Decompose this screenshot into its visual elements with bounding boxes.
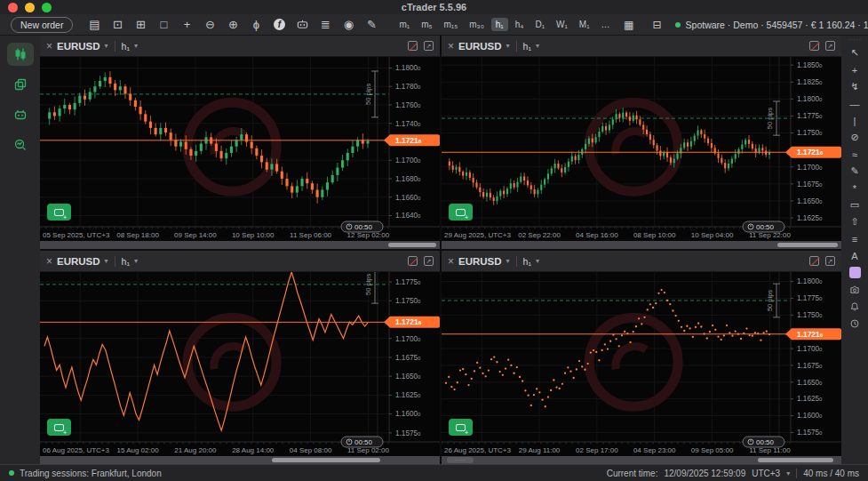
brush-icon[interactable]: ✎: [846, 163, 864, 180]
chart-area[interactable]: 50 pips1.180001.178001.176001.174001.170…: [40, 57, 440, 241]
eye-icon[interactable]: ◉: [338, 16, 359, 34]
zoom-in-icon[interactable]: ⊕: [222, 16, 243, 34]
timeframe-m₃₀[interactable]: m₃₀: [465, 18, 489, 31]
close-icon[interactable]: ×: [448, 40, 454, 52]
chart-area[interactable]: 50 pips1.177501.175001.170001.167501.165…: [40, 272, 440, 456]
zoom-out-icon[interactable]: ⊖: [199, 16, 220, 34]
popout-icon[interactable]: ↗: [424, 256, 434, 266]
edit-disabled-icon[interactable]: [809, 256, 819, 266]
layers-icon[interactable]: ≣: [315, 16, 336, 34]
chart-edit-icon[interactable]: ✎: [361, 16, 382, 34]
payments-icon[interactable]: ▦: [618, 16, 640, 34]
history-clock-icon[interactable]: [846, 315, 864, 332]
add-chart-icon[interactable]: +: [176, 16, 197, 34]
cursor-icon[interactable]: ↖: [846, 44, 864, 61]
chevron-down-icon[interactable]: ▾: [536, 257, 539, 265]
chart-hscrollbar[interactable]: [442, 241, 841, 249]
account-selector[interactable]: Spotware · Demo · 5459457 · € 1 160.24 ·…: [675, 20, 868, 30]
fibonacci-icon[interactable]: ≡: [846, 230, 864, 247]
workspace-layout-icon[interactable]: ▤: [84, 16, 105, 34]
arrow-up-icon[interactable]: ⇧: [846, 213, 864, 230]
timeframe-m₅[interactable]: m₅: [417, 18, 436, 31]
popout-icon[interactable]: ↗: [825, 41, 835, 51]
edit-disabled-icon[interactable]: [408, 41, 418, 51]
grid-layout-icon[interactable]: ⊞: [130, 16, 151, 34]
edit-disabled-icon[interactable]: [408, 256, 418, 266]
popout-icon[interactable]: ↗: [825, 256, 835, 266]
timeframe-D₁[interactable]: D₁: [530, 18, 549, 31]
timeframe-…[interactable]: …: [597, 18, 615, 31]
scrollbar-thumb[interactable]: [272, 458, 380, 462]
symbol-label[interactable]: EURUSD: [458, 41, 502, 52]
timeframe-label[interactable]: h₁: [122, 41, 130, 52]
timeframe-m₁[interactable]: m₁: [394, 18, 414, 31]
chevron-down-icon[interactable]: ▾: [506, 42, 510, 50]
timeframe-h₄[interactable]: h₄: [511, 18, 529, 31]
bots-icon[interactable]: [291, 16, 313, 34]
bell-icon[interactable]: [846, 298, 864, 315]
sidebar-item-market-scanner[interactable]: [7, 133, 34, 156]
single-chart-icon[interactable]: □: [153, 16, 174, 34]
edit-disabled-icon[interactable]: [809, 41, 819, 51]
chart-hscrollbar[interactable]: [40, 241, 440, 249]
close-icon[interactable]: ×: [448, 255, 454, 268]
svg-text:1.16750: 1.16750: [797, 362, 823, 370]
chevron-down-icon[interactable]: ▾: [134, 257, 138, 265]
volume-profile-icon[interactable]: ϕ: [245, 16, 267, 34]
quick-trade-button[interactable]: [47, 204, 71, 220]
flash-icon[interactable]: ↯: [846, 78, 864, 95]
smart-cursor-icon[interactable]: *: [846, 180, 864, 196]
more-tab[interactable]: ····: [447, 457, 474, 463]
close-icon[interactable]: ×: [46, 255, 52, 268]
chevron-down-icon[interactable]: ▾: [105, 257, 108, 265]
chevron-down-icon[interactable]: ▾: [105, 42, 108, 50]
quick-trade-button[interactable]: [449, 204, 473, 220]
chart-hscrollbar[interactable]: [40, 456, 440, 464]
chevron-down-icon[interactable]: ▾: [134, 42, 138, 50]
horizontal-line-icon[interactable]: —: [846, 95, 864, 112]
timeframe-label[interactable]: h₁: [523, 256, 531, 267]
chart-hscrollbar[interactable]: ····: [442, 456, 841, 464]
symbol-label[interactable]: EURUSD: [57, 41, 100, 52]
indicators-icon[interactable]: f: [268, 16, 290, 34]
chevron-down-icon[interactable]: ▾: [506, 257, 510, 265]
waves-icon[interactable]: ≈: [846, 146, 864, 163]
rectangle-icon[interactable]: ▭: [846, 196, 864, 213]
close-icon[interactable]: ×: [46, 40, 52, 52]
crosshair-icon[interactable]: +: [846, 61, 864, 78]
timeframe-M₁[interactable]: M₁: [575, 18, 594, 31]
sidebar-item-copy-trading[interactable]: [7, 73, 34, 96]
quick-trade-button[interactable]: [449, 419, 473, 436]
toolbar-drag-handle[interactable]: ·····: [848, 37, 863, 44]
svg-text:1.15750: 1.15750: [797, 429, 823, 437]
bar-countdown: 00:50: [743, 221, 784, 232]
svg-text:1.17000: 1.17000: [797, 164, 823, 172]
text-tool-icon[interactable]: A: [846, 247, 864, 264]
timeframe-m₁₅[interactable]: m₁₅: [440, 18, 463, 31]
camera-icon[interactable]: [846, 281, 864, 298]
timeframe-W₁[interactable]: W₁: [552, 18, 572, 31]
wallet-icon[interactable]: ⊟: [647, 16, 668, 34]
timeframe-h₁[interactable]: h₁: [491, 18, 508, 31]
scrollbar-thumb[interactable]: [777, 243, 838, 247]
chart-area[interactable]: 50 pips1.180001.177501.175001.170001.167…: [442, 272, 841, 456]
quick-trade-button[interactable]: [47, 419, 71, 436]
symbol-label[interactable]: EURUSD: [458, 256, 502, 267]
sidebar-item-algo-bots[interactable]: [7, 103, 34, 126]
chart-display-icon[interactable]: ⊡: [107, 16, 128, 34]
timeframe-label[interactable]: h₁: [122, 256, 130, 267]
timezone-selector[interactable]: UTC+3: [752, 469, 780, 478]
scrollbar-thumb[interactable]: [758, 458, 834, 462]
chevron-down-icon[interactable]: ▾: [536, 42, 539, 50]
scrollbar-thumb[interactable]: [388, 243, 436, 247]
equidistant-channel-icon[interactable]: ⊘: [846, 129, 864, 146]
new-order-button[interactable]: New order: [11, 17, 73, 33]
symbol-label[interactable]: EURUSD: [57, 256, 100, 267]
vertical-line-icon[interactable]: |: [846, 112, 864, 129]
sidebar-item-charts[interactable]: [7, 43, 34, 66]
color-swatch[interactable]: [846, 264, 864, 281]
timeframe-label[interactable]: h₁: [523, 41, 531, 52]
chart-area[interactable]: 50 pips1.185001.182501.180001.177501.175…: [442, 57, 841, 241]
popout-icon[interactable]: ↗: [424, 41, 434, 51]
chevron-down-icon[interactable]: ▾: [786, 469, 790, 477]
